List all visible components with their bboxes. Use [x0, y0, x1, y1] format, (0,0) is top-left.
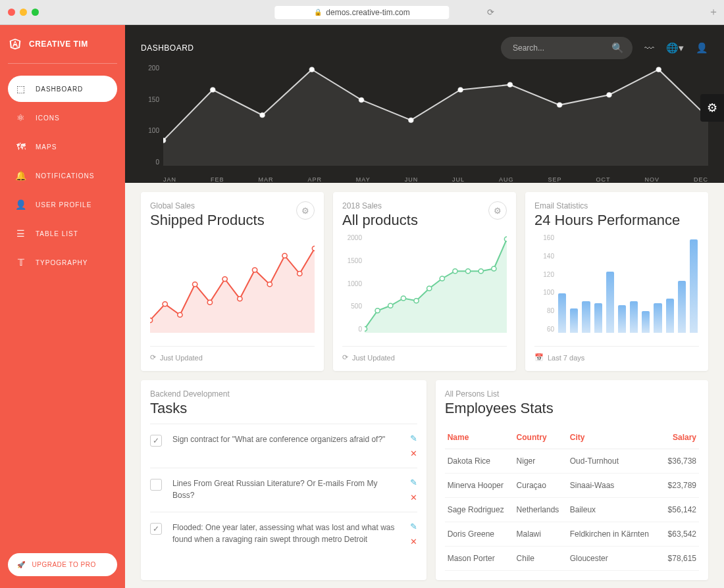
- card-title: Tasks: [150, 400, 417, 417]
- table-header: Name: [445, 426, 514, 449]
- user-icon[interactable]: 👤: [696, 42, 708, 54]
- activity-icon[interactable]: 〰: [644, 43, 654, 54]
- svg-point-12: [150, 318, 153, 322]
- svg-point-22: [297, 272, 302, 276]
- minimize-window-icon[interactable]: [20, 9, 27, 16]
- new-tab-button[interactable]: ＋: [708, 5, 719, 19]
- svg-point-19: [252, 268, 257, 272]
- bar: [666, 299, 674, 333]
- table-cell: Feldkirchen in Kärnten: [567, 522, 661, 547]
- svg-point-27: [401, 296, 405, 301]
- delete-icon[interactable]: ✕: [410, 449, 417, 458]
- svg-point-10: [656, 67, 661, 72]
- delete-icon[interactable]: ✕: [410, 537, 417, 547]
- task-text: Flooded: One year later, assessing what …: [172, 522, 400, 545]
- table-cell: Minerva Hooper: [445, 474, 514, 498]
- sidebar-item-user-profile[interactable]: 👤USER PROFILE: [8, 191, 117, 218]
- card-overline: All Persons List: [445, 389, 699, 399]
- nav-icon: 🔔: [16, 170, 26, 181]
- table-header: Country: [514, 426, 567, 449]
- upgrade-button[interactable]: 🚀 UPGRADE TO PRO: [8, 553, 117, 576]
- table-cell: $63,542: [661, 522, 699, 547]
- svg-point-18: [238, 297, 242, 301]
- card-employees: All Persons List Employees Stats NameCou…: [436, 380, 708, 580]
- url-bar[interactable]: 🔒 demos.creative-tim.com: [274, 6, 449, 19]
- maximize-window-icon[interactable]: [32, 9, 39, 16]
- url-text: demos.creative-tim.com: [326, 8, 409, 17]
- table-row: Dakota RiceNigerOud-Turnhout$36,738: [445, 449, 699, 474]
- sidebar-item-typography[interactable]: 𝕋TYPOGRAPHY: [8, 249, 117, 276]
- nav-label: TABLE LIST: [36, 230, 78, 237]
- svg-point-9: [607, 93, 611, 97]
- nav-icon: 𝕋: [16, 257, 26, 268]
- nav-icon: 🗺: [16, 141, 26, 152]
- task-row: Sign contract for "What are conference o…: [150, 424, 417, 468]
- table-cell: Dakota Rice: [445, 449, 514, 474]
- gear-icon[interactable]: ⚙: [296, 201, 315, 220]
- task-checkbox[interactable]: [150, 523, 162, 535]
- card-shipped: Global Sales Shipped Products ⚙ ⟳Just Up…: [141, 192, 324, 371]
- table-header: Salary: [661, 426, 699, 449]
- nav-icon: ⬚: [16, 84, 26, 94]
- bar: [594, 303, 602, 333]
- brand[interactable]: CREATIVE TIM: [8, 37, 117, 64]
- table-header: City: [567, 426, 661, 449]
- nav-label: DASHBOARD: [36, 86, 83, 93]
- svg-point-35: [504, 237, 507, 241]
- search-icon[interactable]: 🔍: [611, 42, 624, 54]
- brand-label: CREATIVE TIM: [29, 39, 88, 49]
- settings-float-button[interactable]: ⚙: [700, 94, 724, 122]
- table-cell: Netherlands: [514, 498, 567, 522]
- table-cell: Oud-Turnhout: [567, 449, 661, 474]
- svg-point-34: [492, 266, 496, 271]
- bar: [690, 239, 698, 333]
- edit-icon[interactable]: ✎: [410, 522, 417, 531]
- lock-icon: 🔒: [314, 9, 322, 16]
- table-row: Doris GreeneMalawiFeldkirchen in Kärnten…: [445, 522, 699, 547]
- search-input[interactable]: [513, 43, 611, 53]
- svg-point-3: [309, 67, 314, 72]
- bar: [618, 305, 626, 333]
- sidebar-item-dashboard[interactable]: ⬚DASHBOARD: [8, 76, 117, 102]
- table-row: Sage RodriguezNetherlandsBaileux$56,142: [445, 498, 699, 522]
- rocket-icon: 🚀: [17, 561, 26, 568]
- sidebar-item-notifications[interactable]: 🔔NOTIFICATIONS: [8, 162, 117, 189]
- nav-icon: ⚛: [16, 112, 26, 123]
- card-foot-text: Just Updated: [160, 354, 203, 362]
- gear-icon[interactable]: ⚙: [488, 201, 507, 220]
- card-performance: Email Statistics 24 Hours Performance 16…: [525, 192, 708, 371]
- sidebar: CREATIVE TIM ⬚DASHBOARD⚛ICONS🗺MAPS🔔NOTIF…: [0, 25, 125, 588]
- nav-icon: 👤: [16, 199, 26, 210]
- svg-point-1: [211, 87, 215, 92]
- task-row: Lines From Great Russian Literature? Or …: [150, 468, 417, 512]
- task-checkbox[interactable]: [150, 479, 162, 491]
- edit-icon[interactable]: ✎: [410, 478, 417, 487]
- close-window-icon[interactable]: [8, 9, 15, 16]
- nav-icon: ☰: [16, 228, 26, 239]
- globe-icon[interactable]: 🌐▾: [666, 42, 684, 54]
- svg-point-14: [178, 312, 182, 317]
- svg-point-31: [453, 269, 457, 274]
- nav-label: MAPS: [36, 143, 57, 151]
- sidebar-item-icons[interactable]: ⚛ICONS: [8, 105, 117, 131]
- svg-point-16: [207, 300, 212, 305]
- refresh-icon[interactable]: ⟳: [487, 7, 494, 17]
- task-text: Lines From Great Russian Literature? Or …: [172, 478, 400, 501]
- search-box[interactable]: 🔍: [501, 37, 633, 59]
- table-cell: Sinaai-Waas: [567, 474, 661, 498]
- bar: [654, 303, 661, 333]
- delete-icon[interactable]: ✕: [410, 493, 417, 502]
- table-cell: $56,142: [661, 498, 699, 522]
- table-cell: Malawi: [514, 522, 567, 547]
- svg-point-29: [427, 286, 432, 291]
- table-cell: Niger: [514, 449, 567, 474]
- browser-chrome: 🔒 demos.creative-tim.com ⟳ ＋: [0, 0, 724, 25]
- edit-icon[interactable]: ✎: [410, 433, 417, 443]
- sidebar-item-table-list[interactable]: ☰TABLE LIST: [8, 220, 117, 247]
- task-checkbox[interactable]: [150, 435, 162, 447]
- window-controls: [8, 9, 39, 16]
- nav-label: USER PROFILE: [36, 201, 91, 208]
- bar: [558, 293, 566, 333]
- svg-point-4: [359, 97, 363, 102]
- sidebar-item-maps[interactable]: 🗺MAPS: [8, 134, 117, 160]
